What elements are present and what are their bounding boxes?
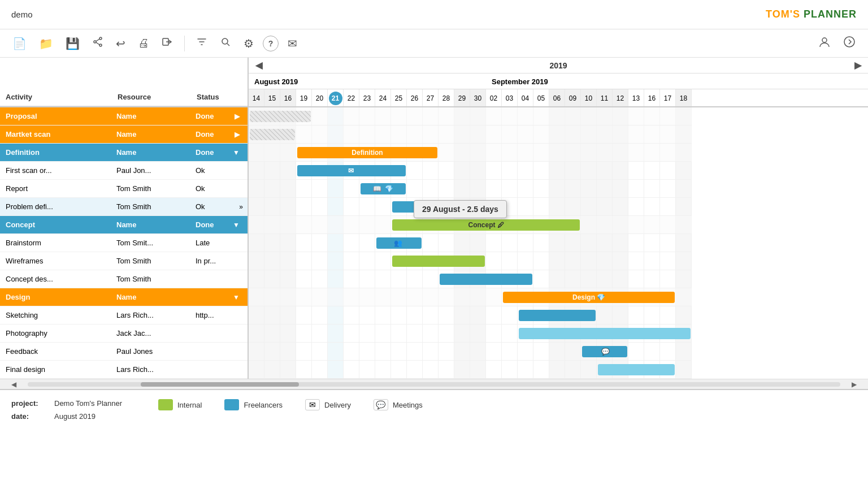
- legend-color-box: [224, 399, 239, 410]
- resource-cell: Tom Smith: [112, 257, 191, 265]
- resource-cell: Tom Smit...: [112, 239, 191, 247]
- print-icon[interactable]: 🖨: [134, 34, 153, 52]
- gantt-bar[interactable]: [392, 256, 485, 267]
- gantt-bar[interactable]: [519, 328, 691, 339]
- demo-label: demo: [11, 10, 33, 19]
- gantt-bar[interactable]: [250, 129, 295, 140]
- gantt-bar[interactable]: [250, 111, 311, 122]
- brand-toms: TOM'S: [766, 8, 800, 20]
- save-icon[interactable]: 💾: [62, 34, 83, 53]
- days-header: 1415161920212223242526272829300203040506…: [249, 89, 868, 107]
- table-row[interactable]: Concept des...Tom Smith: [0, 270, 248, 288]
- filter-icon[interactable]: [193, 34, 211, 53]
- legend-label: Freelancers: [244, 401, 283, 409]
- resource-cell: Tom Smith: [112, 184, 191, 193]
- legend-label: Internal: [177, 401, 202, 409]
- day-cell: 19: [296, 89, 312, 106]
- gantt-bar[interactable]: [519, 310, 596, 321]
- brand-planner: PLANNER: [800, 8, 857, 20]
- gantt-bar[interactable]: Design💎: [503, 292, 675, 303]
- scroll-track[interactable]: [28, 382, 840, 387]
- top-bar: demo TOM'S PLANNER: [0, 0, 868, 29]
- table-row[interactable]: Martket scanNameDone▶: [0, 126, 248, 144]
- scroll-right-arrow[interactable]: ▶: [852, 380, 857, 388]
- day-cell: 14: [249, 89, 264, 106]
- table-row[interactable]: ReportTom SmithOk: [0, 180, 248, 198]
- day-cell: 09: [565, 89, 581, 106]
- gantt-bar[interactable]: 📖💎: [361, 183, 406, 194]
- search-icon[interactable]: [216, 34, 235, 53]
- table-row[interactable]: PhotographyJack Jac...: [0, 324, 248, 343]
- footer-project-row: project: Demo Tom's Planner: [11, 399, 124, 408]
- legend-label: Meetings: [393, 401, 423, 409]
- user-profile-icon[interactable]: [815, 33, 834, 53]
- gantt-bar[interactable]: [440, 274, 532, 285]
- table-row[interactable]: BrainstormTom Smit...Late: [0, 234, 248, 252]
- svg-point-2: [94, 41, 96, 43]
- table-row[interactable]: Final designLars Rich...: [0, 361, 248, 379]
- next-year-arrow[interactable]: ▶: [850, 59, 866, 72]
- date-label: date:: [11, 412, 45, 421]
- gantt-bar[interactable]: Concept🖊: [392, 219, 580, 231]
- login-icon[interactable]: [158, 34, 176, 53]
- settings-icon[interactable]: ⚙: [240, 34, 257, 53]
- mail-icon[interactable]: ✉: [284, 34, 301, 53]
- resource-cell: Tom Smith: [112, 202, 191, 211]
- footer: project: Demo Tom's Planner date: August…: [0, 389, 868, 451]
- gantt-bar[interactable]: 👥: [376, 237, 422, 249]
- table-row[interactable]: DesignName▼: [0, 288, 248, 306]
- legend-item: Freelancers: [224, 399, 283, 410]
- resource-cell: Name: [112, 112, 191, 120]
- table-row[interactable]: ProposalNameDone▶: [0, 107, 248, 126]
- legend-label: Delivery: [324, 401, 351, 409]
- toolbar: 📄 📁 💾 ↩ 🖨 ⚙ ? ✉: [0, 29, 868, 58]
- day-cell: 23: [359, 89, 375, 106]
- folder-icon[interactable]: 📁: [36, 34, 57, 53]
- gantt-bar[interactable]: [598, 364, 675, 375]
- prev-year-arrow[interactable]: ◀: [251, 59, 267, 72]
- table-row[interactable]: ConceptNameDone▼: [0, 216, 248, 234]
- chart-rows: Definition✉📖💎Concept🖊👥Design💎💬29 August …: [249, 107, 692, 379]
- expand-arrow-icon[interactable]: ▼: [233, 293, 240, 301]
- gantt-bar[interactable]: ✉: [297, 165, 406, 176]
- legend-color-box: [158, 399, 173, 410]
- table-row[interactable]: First scan or...Paul Jon...Ok: [0, 162, 248, 180]
- resource-cell: Lars Rich...: [112, 365, 191, 374]
- gantt-bar[interactable]: 💬: [582, 346, 627, 357]
- gantt-bar[interactable]: Definition: [297, 147, 437, 158]
- table-row[interactable]: WireframesTom SmithIn pr...: [0, 252, 248, 270]
- svg-point-1: [99, 44, 102, 46]
- new-file-icon[interactable]: 📄: [9, 34, 30, 53]
- day-cell: 13: [628, 89, 644, 106]
- day-cell: 24: [375, 89, 391, 106]
- activity-cell: Brainstorm: [0, 239, 112, 247]
- expand-arrow-icon[interactable]: ▶: [235, 112, 240, 120]
- share-icon[interactable]: [89, 34, 107, 53]
- forward-icon[interactable]: [840, 33, 859, 53]
- table-row[interactable]: FeedbackPaul Jones: [0, 343, 248, 361]
- table-row[interactable]: Problem defi...Tom SmithOk»: [0, 198, 248, 216]
- resource-header: Resource: [112, 88, 191, 106]
- day-cell: 28: [439, 89, 454, 106]
- svg-point-7: [222, 38, 228, 44]
- legend-section: InternalFreelancers✉Delivery💬Meetings: [158, 399, 423, 410]
- expand-arrow-icon[interactable]: ▼: [233, 221, 240, 229]
- status-cell: In pr...: [191, 257, 248, 265]
- table-row[interactable]: DefinitionNameDone▼: [0, 144, 248, 162]
- scroll-thumb[interactable]: [141, 382, 299, 387]
- column-headers: Activity Resource Status: [0, 88, 248, 106]
- expand-arrow-icon[interactable]: ▼: [233, 149, 240, 157]
- table-row[interactable]: SketchingLars Rich...http...: [0, 306, 248, 324]
- scroll-left-arrow[interactable]: ◀: [11, 380, 16, 388]
- day-cell: 27: [423, 89, 439, 106]
- day-cell: 20: [312, 89, 328, 106]
- expand-arrow-icon[interactable]: ▶: [235, 131, 240, 139]
- status-cell: Done▼: [191, 220, 248, 229]
- help-icon[interactable]: ?: [263, 36, 279, 51]
- scroll-bar[interactable]: ◀ ▶: [0, 379, 868, 389]
- undo-icon[interactable]: ↩: [112, 34, 129, 53]
- svg-point-10: [844, 37, 854, 47]
- day-cell: 16: [644, 89, 660, 106]
- day-cell: 30: [470, 89, 486, 106]
- day-cell: 21: [328, 89, 344, 106]
